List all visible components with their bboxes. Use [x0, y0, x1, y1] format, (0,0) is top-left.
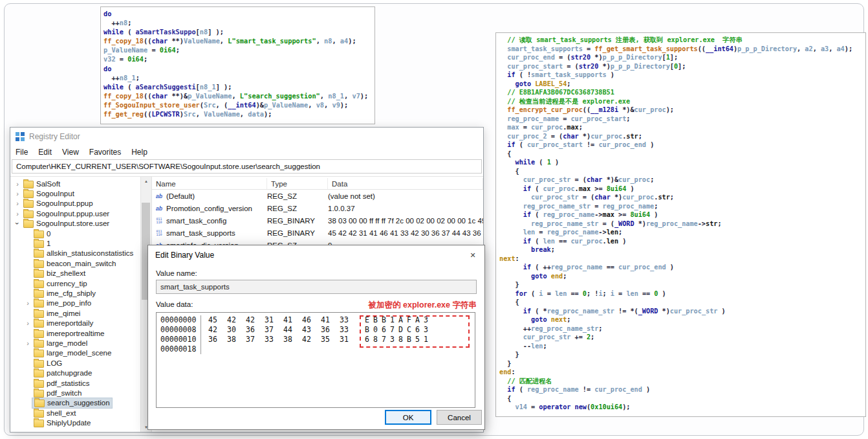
code-line: if ( len == cur_proc.len ) — [499, 237, 865, 246]
registry-value-row[interactable]: abPromotion_config_versionREG_SZ1.0.0.37 — [152, 202, 483, 214]
tree-item-body: SogouInput.store.user — [21, 219, 111, 229]
code-line: v14 = operator new(0x10ui64); — [499, 403, 865, 412]
tree-item-biz_shellext[interactable]: biz_shellext — [10, 269, 140, 278]
tree-item-label: imereportrealtime — [47, 330, 104, 337]
tree-item-label: allskin_statusiconstatistics — [47, 249, 133, 257]
menu-item-view[interactable]: View — [57, 148, 84, 157]
decompiler-snippet-right: // 读取 smart_task_supports 注册表, 获取到 explo… — [495, 32, 866, 417]
code-line: // 匹配进程名 — [499, 377, 865, 386]
tree-item-patchupgrade[interactable]: patchupgrade — [10, 368, 140, 377]
value-type: REG_SZ — [267, 205, 328, 212]
hex-offset: 00000000 — [157, 315, 196, 325]
tree-item-large_model[interactable]: ›large_model — [10, 338, 140, 348]
ok-button[interactable]: OK — [385, 410, 431, 425]
folder-icon — [23, 190, 34, 198]
tree-item-pdf_statistics[interactable]: pdf_statistics — [10, 378, 140, 388]
window-titlebar[interactable]: Registry Editor — [10, 128, 483, 145]
tree-item-LOG[interactable]: LOG — [10, 358, 140, 368]
tree-item-pdf_switch[interactable]: pdf_switch — [10, 388, 140, 398]
chevron-right-icon[interactable]: › — [24, 299, 32, 307]
tree-item-beacon_main_switch[interactable]: beacon_main_switch — [10, 258, 140, 268]
code-line: ff_SogouInput_store_user(Src, (__int64)&… — [103, 100, 374, 109]
code-line: ++reg_proc_name_str; — [499, 324, 865, 333]
menu-bar: FileEditViewFavoritesHelp — [10, 145, 483, 159]
tree-item-imereportrealtime[interactable]: imereportrealtime — [10, 328, 140, 338]
chevron-right-icon[interactable]: › — [14, 190, 21, 197]
tree-item-ime_qimei[interactable]: ime_qimei — [10, 308, 140, 318]
chevron-right-icon[interactable]: › — [24, 319, 32, 327]
tree-item-label: search_suggestion — [47, 399, 110, 407]
tree-item-allskin_statusiconstatistics[interactable]: allskin_statusiconstatistics — [10, 249, 140, 258]
dialog-titlebar[interactable]: Edit Binary Value ✕ — [148, 245, 484, 265]
scroll-up-icon[interactable]: ▲ — [141, 177, 151, 186]
tree-item-body: ShiplyUpdate — [32, 418, 92, 428]
value-data: 1.0.0.37 — [328, 205, 483, 212]
value-name: smart_task_config — [166, 217, 267, 225]
tree-item-label: SogouInput — [36, 190, 74, 197]
code-line: cur_proc_end = (str20 *)p_p_p_Directory[… — [499, 53, 865, 62]
menu-item-file[interactable]: File — [10, 148, 33, 157]
code-line: reg_proc_name_str = (_WORD *)reg_proc_na… — [499, 220, 865, 229]
annotation-dashed-box — [360, 315, 470, 348]
folder-icon — [23, 220, 34, 228]
folder-icon — [34, 340, 44, 348]
tree-item-1[interactable]: 1 — [10, 238, 140, 248]
tree-item-shell_ext[interactable]: shell_ext — [10, 408, 140, 418]
tree-item-body: pdf_switch — [32, 388, 83, 398]
code-line: do — [103, 9, 374, 18]
value-name: smart_task_supports — [166, 229, 267, 237]
tree-item-SalSoft[interactable]: ›SalSoft — [10, 179, 140, 188]
tree-item-ShiplyUpdate[interactable]: ShiplyUpdate — [10, 418, 140, 427]
cancel-button[interactable]: Cancel — [437, 410, 482, 425]
tree-item-currency_tip[interactable]: currency_tip — [10, 278, 140, 288]
chevron-right-icon[interactable]: › — [14, 180, 21, 188]
code-line: goto next; — [499, 315, 865, 324]
chevron-right-icon[interactable]: › — [14, 210, 21, 218]
tree-item-SogouInput.ppup[interactable]: ›SogouInput.ppup — [10, 199, 140, 208]
menu-item-help[interactable]: Help — [126, 148, 153, 157]
code-line: cur_proc_start = (str20 *)p_p_p_Director… — [499, 62, 865, 71]
tree-item-search_suggestion[interactable]: search_suggestion — [10, 398, 140, 408]
code-line: cur_proc_str = (char *)cur_proc.str; — [499, 193, 865, 202]
folder-icon — [34, 250, 44, 258]
menu-item-edit[interactable]: Edit — [33, 148, 57, 157]
tree-item-large_model_scene[interactable]: large_model_scene — [10, 348, 140, 358]
chevron-down-icon[interactable]: › — [14, 220, 21, 227]
tree-item-label: pdf_switch — [47, 389, 81, 397]
binary-value-icon: 011 110 — [156, 218, 162, 224]
tree-item-SogouInput.ppup.user[interactable]: ›SogouInput.ppup.user — [10, 208, 140, 218]
chevron-right-icon[interactable]: › — [24, 339, 32, 347]
folder-icon — [34, 300, 44, 308]
tree-item-label: LOG — [47, 359, 62, 367]
tree-item-SogouInput[interactable]: ›SogouInput — [10, 188, 140, 198]
value-name-field[interactable]: smart_task_supports — [156, 280, 477, 294]
column-header-type[interactable]: Type — [267, 178, 328, 189]
tree-item-ime_pop_info[interactable]: ›ime_pop_info — [10, 298, 140, 308]
dialog-title: Edit Binary Value — [155, 251, 461, 260]
tree-item-body: SogouInput.ppup — [21, 199, 95, 208]
tree-item-SogouInput.store.user[interactable]: ›SogouInput.store.user — [10, 219, 140, 229]
tree-item-imereportdaily[interactable]: ›imereportdaily — [10, 318, 140, 328]
code-line: max = cur_proc.max; — [499, 123, 865, 132]
tree-item-label: patchupgrade — [47, 369, 92, 377]
tree-item-body: ime_pop_info — [32, 298, 93, 308]
column-header-name[interactable]: Name — [152, 178, 267, 189]
chevron-right-icon[interactable]: › — [14, 199, 21, 207]
hex-editor[interactable]: 000000004542423141464133EBB1AFA300000008… — [156, 312, 475, 408]
registry-value-row[interactable]: 011 110smart_task_supportsREG_BINARY45 4… — [152, 227, 483, 239]
address-input[interactable]: Computer\HKEY_CURRENT_USER\SOFTWARE\Sogo… — [12, 159, 482, 174]
tree-item-label: ime_cfg_shiply — [47, 289, 96, 297]
code-line: v32 = 0i64; — [103, 54, 374, 63]
tree-item-ime_cfg_shiply[interactable]: ime_cfg_shiply — [10, 288, 140, 298]
menu-item-favorites[interactable]: Favorites — [84, 148, 126, 157]
hex-offset: 00000008 — [157, 325, 196, 335]
tree-item-0[interactable]: 0 — [10, 229, 140, 238]
tree-item-body: large_model_scene — [32, 348, 113, 358]
folder-icon — [23, 200, 34, 208]
registry-value-row[interactable]: ab(Default)REG_SZ(value not set) — [152, 190, 483, 202]
value-type: REG_BINARY — [267, 217, 328, 225]
registry-value-row[interactable]: 011 110smart_task_configREG_BINARY38 03 … — [152, 214, 483, 227]
column-header-data[interactable]: Data — [328, 178, 483, 189]
code-line: ++n8; — [103, 18, 374, 27]
close-icon[interactable]: ✕ — [461, 246, 484, 265]
